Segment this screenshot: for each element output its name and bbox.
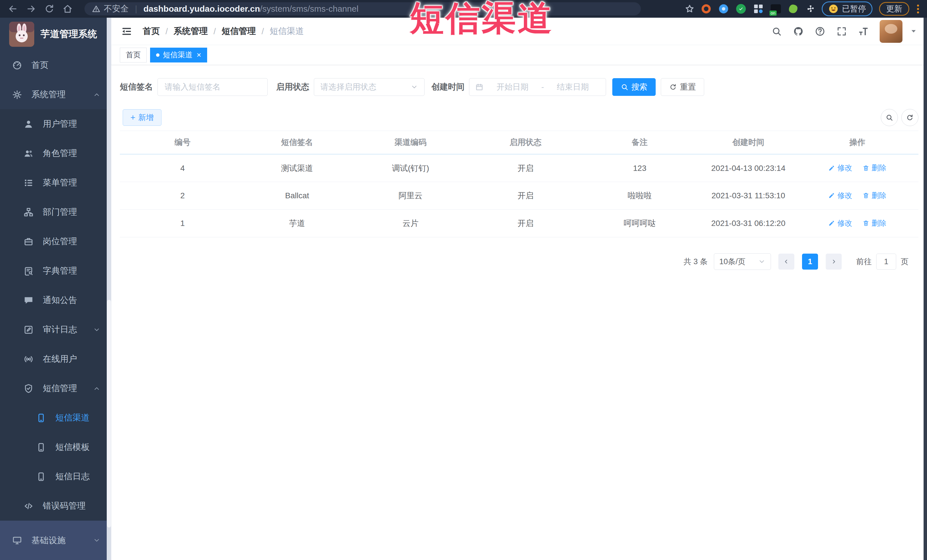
- briefcase-icon: [23, 237, 33, 247]
- logo-row[interactable]: 芋道管理系统: [0, 18, 111, 50]
- extension-icon-4[interactable]: [752, 3, 764, 15]
- delete-link[interactable]: 删除: [863, 218, 886, 228]
- edit-link[interactable]: 修改: [828, 191, 852, 200]
- cell-code: 阿里云: [349, 182, 472, 210]
- help-icon[interactable]: [815, 26, 825, 37]
- signal-icon: [23, 354, 33, 364]
- add-button[interactable]: + 新增: [123, 109, 161, 126]
- date-range-separator: -: [539, 82, 546, 91]
- fullscreen-icon[interactable]: [836, 26, 847, 37]
- extension-icon-7[interactable]: [804, 3, 817, 15]
- sidebar-item-infrastructure[interactable]: 基础设施: [0, 521, 111, 560]
- dark-extension-icon: on: [770, 4, 781, 14]
- delete-link[interactable]: 删除: [863, 191, 886, 200]
- breadcrumb-separator: /: [213, 27, 216, 36]
- sidebar-toggle-icon[interactable]: [121, 26, 132, 37]
- search-icon[interactable]: [771, 26, 782, 37]
- sidebar-item-departments[interactable]: 部门管理: [0, 197, 111, 227]
- sidebar-item-menus[interactable]: 菜单管理: [0, 168, 111, 197]
- status-select[interactable]: 请选择启用状态: [314, 78, 424, 96]
- tab-label: 首页: [126, 50, 141, 60]
- sidebar-item-sms[interactable]: 短信管理: [0, 374, 111, 403]
- sidebar-item-users[interactable]: 用户管理: [0, 109, 111, 139]
- extension-icon-6[interactable]: [787, 3, 799, 15]
- tab-home[interactable]: 首页: [120, 48, 147, 62]
- reset-button[interactable]: 重置: [661, 78, 704, 96]
- sidebar-scrollbar[interactable]: [107, 18, 111, 560]
- trash-icon: [863, 220, 869, 226]
- sign-input[interactable]: [158, 78, 267, 96]
- caret-down-icon[interactable]: [910, 29, 917, 34]
- status-select-placeholder: 请选择启用状态: [321, 82, 376, 93]
- breadcrumb-system[interactable]: 系统管理: [173, 26, 208, 37]
- sidebar-item-label: 短信渠道: [55, 412, 90, 423]
- pagination: 共 3 条 10条/页 1 前往 页: [120, 253, 909, 270]
- date-range-picker[interactable]: 开始日期 - 结束日期: [469, 78, 606, 96]
- column-header-remark: 备注: [579, 131, 700, 154]
- sidebar-item-error-code[interactable]: 错误码管理: [0, 491, 111, 521]
- toggle-search-button[interactable]: [881, 109, 898, 126]
- sidebar-item-home[interactable]: 首页: [0, 50, 111, 80]
- sidebar-item-label: 短信管理: [43, 382, 77, 394]
- delete-link[interactable]: 删除: [863, 163, 886, 173]
- sidebar-item-system[interactable]: 系统管理: [0, 80, 111, 109]
- update-label: 更新: [886, 3, 902, 14]
- address-bar[interactable]: 不安全 | dashboard.yudao.iocoder.cn/system/…: [84, 2, 641, 15]
- end-date-placeholder: 结束日期: [546, 82, 600, 93]
- cell-sign: 测试渠道: [245, 154, 349, 182]
- column-header-created: 创建时间: [701, 131, 796, 154]
- next-page-button[interactable]: [826, 253, 842, 270]
- chevron-up-icon: [93, 385, 100, 392]
- breadcrumb-sms[interactable]: 短信管理: [222, 26, 256, 37]
- time-label: 创建时间: [432, 81, 465, 93]
- font-size-icon[interactable]: [858, 26, 869, 37]
- browser-menu-icon[interactable]: [917, 5, 919, 14]
- prev-page-button[interactable]: [778, 253, 794, 270]
- sidebar-item-posts[interactable]: 岗位管理: [0, 227, 111, 256]
- refresh-table-button[interactable]: [901, 109, 918, 126]
- bookmark-star-icon[interactable]: [684, 3, 695, 14]
- gear-icon: [12, 90, 22, 100]
- extension-icon-2[interactable]: [717, 3, 730, 15]
- page-size-select[interactable]: 10条/页: [714, 253, 771, 270]
- sidebar-item-online-users[interactable]: 在线用户: [0, 344, 111, 374]
- home-icon[interactable]: [62, 3, 73, 14]
- goto-page-input[interactable]: [876, 253, 896, 270]
- smiley-icon: [828, 4, 839, 14]
- blue-pin-icon: [719, 4, 728, 14]
- cell-created: 2021-03-31 06:12:20: [701, 210, 796, 237]
- sidebar-scrollbar-thumb[interactable]: [107, 300, 111, 528]
- sidebar-item-sms-log[interactable]: 短信日志: [0, 462, 111, 491]
- extension-icon-5[interactable]: on: [769, 3, 782, 15]
- tab-close-icon[interactable]: ×: [197, 51, 201, 59]
- update-button[interactable]: 更新: [879, 2, 909, 16]
- edit-link[interactable]: 修改: [828, 218, 852, 228]
- paused-extension-chip[interactable]: 已暂停: [822, 2, 872, 16]
- sms-channel-table: 编号 短信签名 渠道编码 启用状态 备注 创建时间 操作 4 测试渠道: [120, 131, 918, 237]
- on-badge: on: [769, 11, 777, 16]
- edit-link[interactable]: 修改: [828, 163, 852, 173]
- extension-icon-3[interactable]: [735, 3, 747, 15]
- github-icon[interactable]: [793, 26, 804, 37]
- sidebar-item-label: 在线用户: [43, 353, 77, 365]
- search-button[interactable]: 搜索: [612, 78, 656, 96]
- extension-icon-1[interactable]: [700, 3, 713, 15]
- sidebar-item-roles[interactable]: 角色管理: [0, 139, 111, 168]
- sidebar-item-sms-channel[interactable]: 短信渠道: [0, 403, 111, 433]
- sidebar-item-notice[interactable]: 通知公告: [0, 285, 111, 315]
- window-scrollbar[interactable]: [924, 18, 927, 560]
- sidebar-item-dict[interactable]: 字典管理: [0, 256, 111, 285]
- page-number-active[interactable]: 1: [802, 253, 818, 270]
- reload-icon[interactable]: [44, 3, 55, 14]
- tab-sms-channel[interactable]: 短信渠道 ×: [150, 48, 207, 62]
- breadcrumb-current: 短信渠道: [270, 26, 304, 37]
- sidebar-item-audit-log[interactable]: 审计日志: [0, 315, 111, 344]
- back-icon[interactable]: [8, 3, 18, 14]
- avatar[interactable]: [880, 20, 903, 43]
- security-label: 不安全: [104, 3, 129, 15]
- sidebar-item-sms-template[interactable]: 短信模板: [0, 433, 111, 462]
- sidebar: 芋道管理系统 首页 系统管理 用户管理 角色管理 菜单管理: [0, 18, 111, 560]
- app-title: 芋道管理系统: [41, 28, 97, 41]
- breadcrumb-home[interactable]: 首页: [143, 26, 160, 37]
- forward-icon[interactable]: [26, 3, 36, 14]
